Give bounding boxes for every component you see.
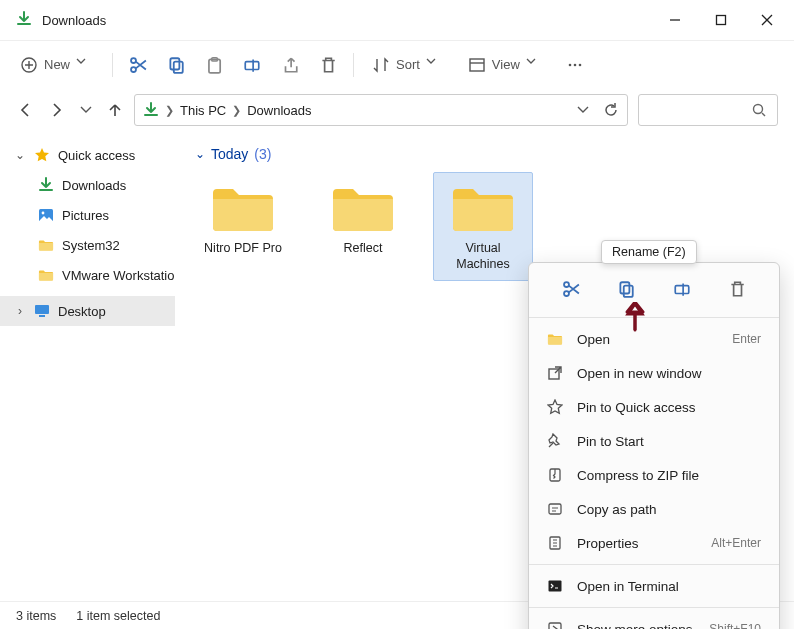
address-dropdown-button[interactable] xyxy=(577,104,589,116)
desktop-icon xyxy=(34,303,50,319)
breadcrumb[interactable]: This PC xyxy=(180,103,226,118)
svg-point-12 xyxy=(579,63,582,66)
ctx-show-more[interactable]: Show more options Shift+F10 xyxy=(529,612,779,629)
pin-icon xyxy=(547,433,563,449)
nav-row: ❯ This PC ❯ Downloads xyxy=(0,88,794,132)
ctx-compress-zip[interactable]: Compress to ZIP file xyxy=(529,458,779,492)
properties-icon xyxy=(547,535,563,551)
chevron-down-icon xyxy=(76,56,94,74)
svg-rect-9 xyxy=(470,59,484,71)
plus-circle-icon xyxy=(20,56,38,74)
svg-point-15 xyxy=(42,212,45,215)
view-button[interactable]: View xyxy=(458,50,554,80)
file-item-selected[interactable]: Virtual Machines xyxy=(433,172,533,281)
new-label: New xyxy=(44,57,70,72)
toolbar: New Sort View xyxy=(0,40,794,88)
scissors-icon xyxy=(562,280,580,298)
sidebar-item-label: Downloads xyxy=(62,178,126,193)
trash-icon xyxy=(319,56,337,74)
file-name: Virtual Machines xyxy=(438,241,528,272)
file-name: Nitro PDF Pro xyxy=(204,241,282,257)
copy-icon xyxy=(617,280,635,298)
sidebar-item-label: System32 xyxy=(62,238,120,253)
rename-button[interactable] xyxy=(235,50,269,80)
sidebar-item-label: Pictures xyxy=(62,208,109,223)
sort-icon xyxy=(372,56,390,74)
zip-icon xyxy=(547,467,563,483)
up-button[interactable] xyxy=(106,101,124,119)
chevron-right-icon: ❯ xyxy=(232,104,241,117)
view-icon xyxy=(468,56,486,74)
copy-icon xyxy=(167,56,185,74)
pictures-icon xyxy=(38,207,54,223)
view-label: View xyxy=(492,57,520,72)
title-bar: Downloads xyxy=(0,0,794,40)
ctx-open-new-window[interactable]: Open in new window xyxy=(529,356,779,390)
ctx-open[interactable]: Open Enter xyxy=(529,322,779,356)
expand-icon[interactable]: › xyxy=(14,304,26,318)
ctx-copy-button[interactable] xyxy=(610,273,642,305)
sidebar-item-downloads[interactable]: Downloads xyxy=(0,170,175,200)
close-button[interactable] xyxy=(744,0,790,40)
ctx-cut-button[interactable] xyxy=(555,273,587,305)
ctx-pin-start[interactable]: Pin to Start xyxy=(529,424,779,458)
ctx-copy-path[interactable]: Copy as path xyxy=(529,492,779,526)
copy-path-icon xyxy=(547,501,563,517)
back-button[interactable] xyxy=(16,101,34,119)
star-icon xyxy=(34,147,50,163)
sidebar: ⌄ Quick access Downloads Pictures System… xyxy=(0,132,175,601)
breadcrumb[interactable]: Downloads xyxy=(247,103,311,118)
recent-locations-button[interactable] xyxy=(80,104,92,116)
folder-icon xyxy=(448,181,518,235)
copy-button[interactable] xyxy=(159,50,193,80)
delete-button[interactable] xyxy=(311,50,345,80)
sidebar-item-vmware[interactable]: VMware Workstation 1 xyxy=(0,260,175,290)
ctx-properties[interactable]: Properties Alt+Enter xyxy=(529,526,779,560)
share-button[interactable] xyxy=(273,50,307,80)
ctx-pin-quick-access[interactable]: Pin to Quick access xyxy=(529,390,779,424)
forward-button[interactable] xyxy=(48,101,66,119)
svg-rect-7 xyxy=(717,16,726,25)
file-item[interactable]: Nitro PDF Pro xyxy=(193,172,293,281)
address-bar[interactable]: ❯ This PC ❯ Downloads xyxy=(134,94,628,126)
more-button[interactable] xyxy=(558,50,592,80)
maximize-button[interactable] xyxy=(698,0,744,40)
svg-point-10 xyxy=(569,63,572,66)
status-item-count: 3 items xyxy=(16,609,56,623)
folder-icon xyxy=(208,181,278,235)
cut-button[interactable] xyxy=(121,50,155,80)
terminal-icon xyxy=(547,578,563,594)
collapse-icon[interactable]: ⌄ xyxy=(14,148,26,162)
chevron-right-icon: ❯ xyxy=(165,104,174,117)
paste-button[interactable] xyxy=(197,50,231,80)
sidebar-item-label: VMware Workstation 1 xyxy=(62,268,175,283)
sidebar-item-pictures[interactable]: Pictures xyxy=(0,200,175,230)
tooltip: Rename (F2) xyxy=(601,240,697,264)
refresh-button[interactable] xyxy=(603,102,619,118)
folder-icon xyxy=(547,331,563,347)
ctx-rename-button[interactable] xyxy=(666,273,698,305)
file-name: Reflect xyxy=(344,241,383,257)
new-button[interactable]: New xyxy=(10,50,104,80)
sort-button[interactable]: Sort xyxy=(362,50,454,80)
sidebar-item-desktop[interactable]: › Desktop xyxy=(0,296,175,326)
window-title: Downloads xyxy=(42,13,106,28)
sidebar-item-label: Desktop xyxy=(58,304,106,319)
search-input[interactable] xyxy=(638,94,778,126)
ctx-delete-button[interactable] xyxy=(721,273,753,305)
search-icon xyxy=(751,102,767,118)
minimize-button[interactable] xyxy=(652,0,698,40)
sidebar-quick-access[interactable]: ⌄ Quick access xyxy=(0,140,175,170)
sidebar-item-system32[interactable]: System32 xyxy=(0,230,175,260)
ellipsis-icon xyxy=(566,56,584,74)
share-icon xyxy=(281,56,299,74)
svg-point-11 xyxy=(574,63,577,66)
status-selected-count: 1 item selected xyxy=(76,609,160,623)
trash-icon xyxy=(728,280,746,298)
location-icon xyxy=(143,102,159,118)
file-item[interactable]: Reflect xyxy=(313,172,413,281)
ctx-open-terminal[interactable]: Open in Terminal xyxy=(529,569,779,603)
group-header[interactable]: ⌄ Today (3) xyxy=(195,146,776,162)
svg-rect-24 xyxy=(549,504,561,514)
context-menu: Open Enter Open in new window Pin to Qui… xyxy=(528,262,780,629)
